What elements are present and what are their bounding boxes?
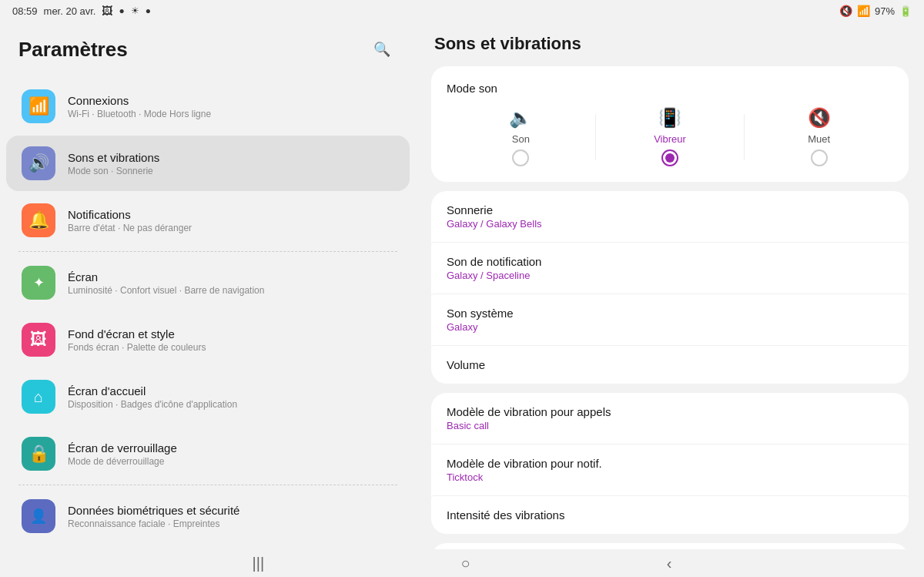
status-time: 08:59	[12, 5, 38, 17]
status-battery-icon: 🔋	[899, 5, 912, 17]
son-systeme-label: Son système	[447, 307, 893, 320]
ecran-verrouillage-icon: 🔒	[22, 437, 55, 471]
main-layout: Paramètres 🔍 📶 Connexions Wi-Fi · Blueto…	[0, 22, 924, 549]
connexions-text: Connexions Wi-Fi · Bluetooth · Mode Hors…	[68, 94, 394, 119]
ecran-verrouillage-text: Écran de verrouillage Mode de déverrouil…	[68, 441, 394, 467]
vibreur-label: Vibreur	[654, 133, 686, 145]
sonnerie-value: Galaxy / Galaxy Bells	[447, 218, 893, 230]
vibreur-icon: 📳	[658, 107, 681, 129]
sidebar-item-donnees-biometriques[interactable]: 👤 Données biométriques et sécurité Recon…	[6, 488, 410, 544]
sons-vibrations-label: Sons et vibrations	[68, 151, 394, 164]
son-label: Son	[512, 133, 530, 145]
fond-ecran-sublabel: Fonds écran · Palette de couleurs	[68, 342, 394, 353]
sound-option-vibreur[interactable]: 📳 Vibreur	[596, 107, 745, 166]
system-sounds-card[interactable]: Contrôle sons système/vibrations Contrôl…	[431, 543, 909, 549]
volume-label: Volume	[447, 358, 893, 371]
muet-radio[interactable]	[811, 149, 828, 166]
nav-home-button[interactable]: ○	[460, 555, 470, 572]
settings-row-sonnerie[interactable]: Sonnerie Galaxy / Galaxy Bells	[431, 191, 909, 242]
notifications-sublabel: Barre d'état · Ne pas déranger	[68, 223, 394, 233]
status-wifi-icon: 📶	[857, 5, 870, 17]
sidebar-title: Paramètres	[18, 38, 128, 62]
settings-row-son-notification[interactable]: Son de notification Galaxy / Spaceline	[431, 242, 909, 294]
modele-vibration-appels-label: Modèle de vibration pour appels	[447, 405, 893, 418]
bottom-nav: ||| ○ ‹	[0, 549, 924, 577]
son-systeme-value: Galaxy	[447, 321, 893, 333]
sidebar-item-connexions[interactable]: 📶 Connexions Wi-Fi · Bluetooth · Mode Ho…	[6, 79, 410, 134]
sidebar-header: Paramètres 🔍	[0, 22, 416, 77]
status-brightness-icon: ☀	[131, 5, 139, 16]
ecran-verrouillage-sublabel: Mode de déverrouillage	[68, 456, 394, 467]
muet-label: Muet	[808, 133, 830, 145]
status-screenshot-icon: 🖼	[102, 5, 112, 17]
sons-vibrations-text: Sons et vibrations Mode son · Sonnerie	[68, 151, 394, 176]
sidebar-item-ecran[interactable]: ✦ Écran Luminosité · Confort visuel · Ba…	[6, 255, 410, 310]
nav-back-button[interactable]: ‹	[667, 555, 672, 572]
status-battery: 97%	[875, 5, 895, 17]
right-panel-title: Sons et vibrations	[431, 34, 909, 54]
ecran-icon: ✦	[22, 266, 55, 300]
status-right: 🔇 📶 97% 🔋	[839, 5, 912, 17]
status-dot: ●	[146, 5, 151, 16]
connexions-label: Connexions	[68, 94, 394, 107]
sound-option-muet[interactable]: 🔇 Muet	[745, 107, 893, 166]
sidebar-item-ecran-accueil[interactable]: ⌂ Écran d'accueil Disposition · Badges d…	[6, 369, 410, 424]
ecran-label: Écran	[68, 270, 394, 283]
sound-option-son[interactable]: 🔈 Son	[447, 107, 595, 166]
sons-vibrations-icon: 🔊	[22, 146, 55, 180]
ecran-accueil-icon: ⌂	[22, 380, 55, 414]
sidebar-item-ecran-verrouillage[interactable]: 🔒 Écran de verrouillage Mode de déverrou…	[6, 426, 410, 481]
sidebar-items-list: 📶 Connexions Wi-Fi · Bluetooth · Mode Ho…	[0, 77, 416, 549]
notifications-label: Notifications	[68, 208, 394, 221]
search-icon: 🔍	[373, 41, 390, 58]
settings-row-volume[interactable]: Volume	[431, 345, 909, 384]
modele-vibration-notif-label: Modèle de vibration pour notif.	[447, 457, 893, 470]
status-nfc-icon: ●	[119, 5, 124, 16]
sidebar: Paramètres 🔍 📶 Connexions Wi-Fi · Blueto…	[0, 22, 416, 549]
sound-options: 🔈 Son 📳 Vibreur 🔇 Muet	[447, 107, 893, 166]
sonnerie-label: Sonnerie	[447, 203, 893, 216]
ecran-accueil-label: Écran d'accueil	[68, 384, 394, 398]
vibreur-radio[interactable]	[661, 149, 678, 166]
right-panel: Sons et vibrations Mode son 🔈 Son 📳 Vibr…	[416, 22, 924, 549]
vibration-settings-card: Modèle de vibration pour appels Basic ca…	[431, 393, 909, 534]
notifications-icon: 🔔	[22, 203, 55, 237]
ecran-accueil-sublabel: Disposition · Badges d'icône d'applicati…	[68, 399, 394, 410]
divider-1	[18, 251, 397, 252]
nav-menu-button[interactable]: |||	[253, 555, 265, 572]
muet-icon: 🔇	[808, 107, 831, 129]
son-notification-value: Galaxy / Spaceline	[447, 270, 893, 281]
notifications-text: Notifications Barre d'état · Ne pas déra…	[68, 208, 394, 233]
status-mute-icon: 🔇	[839, 5, 852, 17]
ecran-accueil-text: Écran d'accueil Disposition · Badges d'i…	[68, 384, 394, 410]
son-icon: 🔈	[509, 107, 532, 129]
son-radio[interactable]	[512, 149, 529, 166]
son-notification-label: Son de notification	[447, 255, 893, 268]
status-left: 08:59 mer. 20 avr. 🖼 ● ☀ ●	[12, 5, 151, 17]
divider-2	[18, 485, 397, 485]
donnees-biometriques-label: Données biométriques et sécurité	[68, 504, 394, 517]
sidebar-item-sons-vibrations[interactable]: 🔊 Sons et vibrations Mode son · Sonnerie	[6, 136, 410, 191]
connexions-icon: 📶	[22, 89, 55, 123]
settings-row-modele-vibration-appels[interactable]: Modèle de vibration pour appels Basic ca…	[431, 393, 909, 444]
search-button[interactable]: 🔍	[367, 34, 397, 65]
connexions-sublabel: Wi-Fi · Bluetooth · Mode Hors ligne	[68, 109, 394, 119]
modele-vibration-notif-value: Ticktock	[447, 471, 893, 483]
fond-ecran-icon: 🖼	[22, 323, 55, 357]
sound-mode-card: Mode son 🔈 Son 📳 Vibreur	[431, 66, 909, 182]
settings-row-modele-vibration-notif[interactable]: Modèle de vibration pour notif. Ticktock	[431, 444, 909, 495]
settings-row-intensite-vibrations[interactable]: Intensité des vibrations	[431, 495, 909, 534]
donnees-biometriques-text: Données biométriques et sécurité Reconna…	[68, 504, 394, 529]
sound-mode-title: Mode son	[447, 82, 893, 95]
sons-vibrations-sublabel: Mode son · Sonnerie	[68, 166, 394, 176]
donnees-biometriques-sublabel: Reconnaissance faciale · Empreintes	[68, 518, 394, 529]
sidebar-item-notifications[interactable]: 🔔 Notifications Barre d'état · Ne pas dé…	[6, 193, 410, 248]
modele-vibration-appels-value: Basic call	[447, 420, 893, 431]
sidebar-item-fond-ecran[interactable]: 🖼 Fond d'écran et style Fonds écran · Pa…	[6, 312, 410, 367]
settings-row-son-systeme[interactable]: Son système Galaxy	[431, 294, 909, 345]
settings-row-system-sounds[interactable]: Contrôle sons système/vibrations Contrôl…	[431, 543, 909, 549]
ecran-text: Écran Luminosité · Confort visuel · Barr…	[68, 270, 394, 296]
ecran-sublabel: Luminosité · Confort visuel · Barre de n…	[68, 285, 394, 296]
fond-ecran-text: Fond d'écran et style Fonds écran · Pale…	[68, 327, 394, 353]
intensite-vibrations-label: Intensité des vibrations	[447, 508, 893, 522]
